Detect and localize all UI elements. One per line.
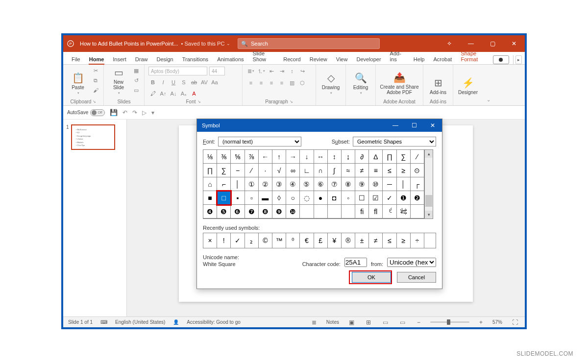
symbol-cell[interactable]: ∫ — [328, 164, 342, 177]
tab-help[interactable]: Help — [409, 54, 429, 64]
symbol-cell[interactable]: ≠ — [355, 164, 369, 177]
symbol-cell[interactable]: ─ — [383, 177, 396, 191]
symbol-cell[interactable]: ∟ — [300, 164, 314, 177]
slideshow-view-icon[interactable]: ▭ — [398, 319, 407, 326]
symbol-cell[interactable]: ❹ — [203, 205, 217, 218]
symbol-cell[interactable]: ↨ — [342, 150, 355, 164]
tab-add-ins[interactable]: Add-ins — [386, 48, 409, 64]
recent-symbol-cell[interactable]: © — [259, 233, 272, 248]
save-icon[interactable]: 💾 — [110, 109, 118, 116]
notes-button[interactable]: Notes — [326, 319, 339, 325]
section-icon[interactable]: ▭ — [132, 86, 140, 94]
font-name-input[interactable] — [148, 67, 207, 75]
symbol-cell[interactable]: ↑ — [272, 150, 286, 164]
recent-symbol-cell[interactable]: ¥ — [328, 233, 342, 248]
symbol-cell[interactable]: ⅞ — [245, 150, 259, 164]
numbering-button[interactable]: ⒈▾ — [257, 67, 266, 75]
symbol-cell[interactable] — [300, 205, 314, 218]
underline-button[interactable]: U — [169, 78, 178, 87]
symbol-cell[interactable]: ▬ — [259, 191, 272, 205]
symbol-cell[interactable]: │ — [397, 177, 411, 191]
scroll-down-icon[interactable]: ▾ — [425, 211, 433, 218]
symbol-cell[interactable]: ∑ — [217, 164, 231, 177]
autosave-toggle[interactable]: AutoSave Off — [67, 109, 105, 116]
font-grow-button[interactable]: A↑ — [159, 89, 168, 98]
charcode-input[interactable] — [344, 258, 367, 267]
tab-shape-format[interactable]: Shape Format — [456, 48, 493, 64]
ribbon-overflow[interactable]: ▸ — [515, 55, 522, 64]
symbol-cell[interactable]: ⅝ — [231, 150, 245, 164]
symbol-cell[interactable]: ◌ — [300, 191, 314, 205]
symbol-cell[interactable]: ﬂ — [369, 205, 383, 218]
symbol-cell[interactable]: ∕ — [245, 164, 259, 177]
text-direction-button[interactable]: ↪ — [298, 67, 307, 75]
symbol-cell[interactable]: ❼ — [245, 205, 259, 218]
symbol-cell[interactable]: ↔ — [314, 150, 328, 164]
fit-icon[interactable]: ⛶ — [510, 319, 520, 326]
recent-symbol-cell[interactable]: ! — [217, 233, 231, 248]
format-painter-icon[interactable]: 🖌 — [92, 86, 99, 94]
line-spacing-button[interactable]: ↕ — [288, 67, 296, 75]
editing-button[interactable]: 🔍Editing▾ — [350, 67, 371, 95]
recent-symbol-cell[interactable]: £ — [314, 233, 328, 248]
symbol-cell[interactable]: ☑ — [369, 191, 383, 205]
symbol-cell[interactable] — [314, 205, 328, 218]
symbol-cell[interactable]: ② — [259, 177, 272, 191]
highlight-button[interactable]: 🖍 — [148, 89, 157, 98]
font-color-button[interactable]: A — [190, 89, 198, 98]
recent-symbol-cell[interactable]: € — [300, 233, 314, 248]
close-button[interactable]: ✕ — [503, 35, 525, 52]
dialog-minimize-button[interactable]: — — [386, 119, 405, 132]
tab-developer[interactable]: Developer — [352, 54, 385, 64]
symbol-cell[interactable]: ∙ — [259, 164, 272, 177]
cut-icon[interactable]: ✂ — [92, 67, 99, 74]
indent-inc-button[interactable]: ⇥ — [277, 67, 286, 75]
layout-icon[interactable]: ▦ — [132, 67, 140, 74]
start-show-icon[interactable]: ▷ — [142, 109, 147, 116]
symbol-cell[interactable]: ① — [245, 177, 259, 191]
search-input[interactable]: 🔍 Search — [238, 38, 380, 49]
bold-button[interactable]: B — [148, 78, 157, 87]
symbol-cell[interactable]: ∂ — [355, 150, 369, 164]
recent-symbol-cell[interactable]: ⁰ — [286, 233, 300, 248]
zoom-out-button[interactable]: − — [415, 319, 422, 326]
new-slide-button[interactable]: ▭ New Slide ▾ — [108, 67, 129, 95]
symbol-cell[interactable]: ﷻ — [397, 205, 411, 218]
tab-insert[interactable]: Insert — [108, 54, 131, 64]
symbol-cell[interactable]: ∞ — [286, 164, 300, 177]
align-center-button[interactable]: ≡ — [257, 78, 266, 87]
symbol-cell[interactable]: ❽ — [259, 205, 272, 218]
indent-dec-button[interactable]: ⇤ — [267, 67, 276, 75]
symbol-cell[interactable]: ④ — [286, 177, 300, 191]
reset-icon[interactable]: ↺ — [132, 76, 140, 84]
symbol-cell[interactable]: ⑦ — [328, 177, 342, 191]
font-dropdown[interactable]: (normal text) — [218, 137, 301, 146]
clear-format-button[interactable]: Aₓ — [179, 89, 188, 98]
italic-button[interactable]: I — [159, 78, 168, 87]
align-right-button[interactable]: ≡ — [267, 78, 276, 87]
recent-symbols-grid[interactable]: ×!✓₂©™⁰€£¥®±≠≤≥÷ — [203, 233, 436, 248]
symbol-cell[interactable]: ∕ — [411, 150, 424, 164]
symbol-cell[interactable]: ┌ — [411, 177, 424, 191]
symbol-cell[interactable]: ☐ — [355, 191, 369, 205]
symbol-cell[interactable]: ﬁ — [355, 205, 369, 218]
qat-more-icon[interactable]: ▾ — [151, 109, 154, 116]
symbol-cell[interactable]: ❶ — [397, 191, 411, 205]
scroll-up-icon[interactable]: ▴ — [425, 150, 433, 158]
symbol-cell[interactable]: ⑥ — [314, 177, 328, 191]
symbol-cell[interactable]: ▪ — [231, 191, 245, 205]
recent-symbol-cell[interactable]: ≤ — [383, 233, 396, 248]
symbol-cell[interactable]: ❺ — [217, 205, 231, 218]
tab-record[interactable]: Record — [279, 54, 305, 64]
sorter-view-icon[interactable]: ⊞ — [364, 319, 373, 326]
symbol-cell[interactable]: ≈ — [342, 164, 355, 177]
designer-button[interactable]: ⚡Designer — [457, 67, 479, 95]
tab-review[interactable]: Review — [305, 54, 332, 64]
zoom-in-button[interactable]: + — [477, 319, 485, 326]
case-button[interactable]: Aa — [210, 78, 219, 87]
symbol-cell[interactable]: ← — [259, 150, 272, 164]
grid-scrollbar[interactable]: ▴ ▾ — [424, 149, 433, 219]
recent-symbol-cell[interactable]: ÷ — [411, 233, 424, 248]
columns-button[interactable]: ▥ — [288, 78, 296, 87]
symbol-cell[interactable]: ﴼ — [383, 205, 396, 218]
